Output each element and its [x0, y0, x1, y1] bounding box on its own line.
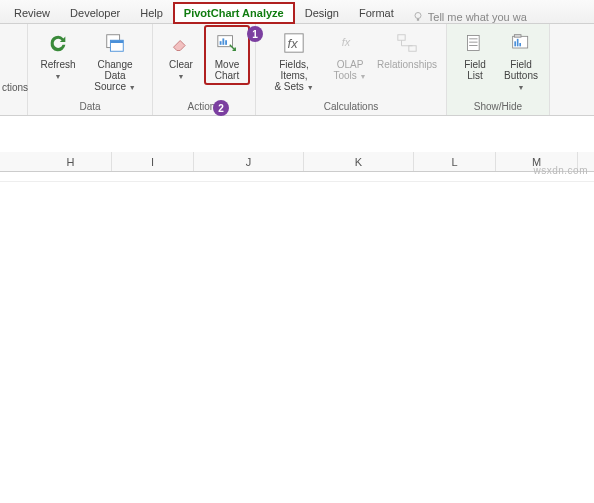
tab-design[interactable]: Design — [295, 3, 349, 23]
ribbon-tabs: Review Developer Help PivotChart Analyze… — [0, 0, 594, 24]
field-buttons-icon — [507, 29, 535, 57]
relationships-button: Relationships — [374, 26, 440, 73]
eraser-icon — [167, 29, 195, 57]
ribbon: ctions Refresh▼ Change Data Source ▼ Dat… — [0, 24, 594, 116]
svg-text:fx: fx — [342, 36, 351, 48]
svg-rect-19 — [514, 41, 516, 46]
fields-items-sets-button[interactable]: fx Fields, Items, & Sets ▼ — [262, 26, 326, 95]
dropdown-icon: ▼ — [178, 73, 185, 80]
tell-me-placeholder: Tell me what you wa — [428, 11, 527, 23]
col-header[interactable]: K — [304, 152, 414, 171]
svg-rect-8 — [225, 40, 227, 45]
move-chart-button[interactable]: Move Chart — [205, 26, 249, 84]
refresh-icon — [44, 29, 72, 57]
svg-rect-4 — [110, 40, 123, 43]
dropdown-icon: ▼ — [55, 73, 62, 80]
ribbon-group-data: Refresh▼ Change Data Source ▼ Data — [28, 24, 153, 115]
group-label-actions: Actions — [159, 99, 249, 115]
svg-rect-1 — [417, 19, 419, 21]
olap-icon: fx — [336, 29, 364, 57]
svg-text:fx: fx — [288, 36, 299, 51]
svg-rect-14 — [468, 36, 480, 51]
badge-step-1: 1 — [247, 26, 263, 42]
tab-help[interactable]: Help — [130, 3, 173, 23]
relationships-icon — [393, 29, 421, 57]
svg-rect-7 — [222, 38, 224, 44]
dropdown-icon: ▼ — [518, 84, 525, 91]
field-list-button[interactable]: Field List — [453, 26, 497, 84]
formula-icon: fx — [280, 29, 308, 57]
lightbulb-icon — [412, 11, 424, 23]
column-headers: H I J K L M — [0, 152, 594, 172]
ribbon-group-show-hide: Field List Field Buttons ▼ Show/Hide — [447, 24, 550, 115]
options-group-stub: ctions — [0, 80, 28, 120]
group-label-show-hide: Show/Hide — [453, 99, 543, 115]
svg-rect-12 — [398, 35, 405, 41]
group-label-data: Data — [34, 99, 146, 115]
col-header[interactable]: H — [30, 152, 112, 171]
worksheet-area[interactable]: H I J K L M Sum of Sales 900008000070000… — [0, 152, 594, 182]
col-header[interactable]: L — [414, 152, 496, 171]
field-list-icon — [461, 29, 489, 57]
move-chart-icon — [213, 29, 241, 57]
ribbon-group-calculations: fx Fields, Items, & Sets ▼ fx OLAP Tools… — [256, 24, 447, 115]
watermark: wsxdn.com — [533, 165, 588, 176]
svg-rect-20 — [517, 39, 519, 47]
data-source-icon — [101, 29, 129, 57]
olap-tools-button: fx OLAP Tools ▼ — [328, 26, 372, 84]
tab-developer[interactable]: Developer — [60, 3, 130, 23]
refresh-button[interactable]: Refresh▼ — [34, 26, 82, 84]
dropdown-icon: ▼ — [129, 84, 136, 91]
svg-point-0 — [415, 13, 421, 19]
clear-button[interactable]: Clear▼ — [159, 26, 203, 84]
field-buttons-button[interactable]: Field Buttons ▼ — [499, 26, 543, 95]
tell-me-search[interactable]: Tell me what you wa — [412, 11, 527, 23]
change-data-source-button[interactable]: Change Data Source ▼ — [84, 26, 146, 95]
col-header[interactable]: J — [194, 152, 304, 171]
svg-rect-22 — [514, 35, 521, 38]
badge-step-2: 2 — [213, 100, 229, 116]
svg-rect-6 — [220, 41, 222, 45]
tab-review[interactable]: Review — [4, 3, 60, 23]
svg-rect-13 — [409, 46, 416, 52]
ribbon-group-actions: Clear▼ Move Chart Actions 1 2 — [153, 24, 256, 115]
group-label-calculations: Calculations — [262, 99, 440, 115]
svg-rect-21 — [519, 43, 521, 46]
dropdown-icon: ▼ — [307, 84, 314, 91]
col-header[interactable]: I — [112, 152, 194, 171]
tab-format[interactable]: Format — [349, 3, 404, 23]
tab-pivotchart-analyze[interactable]: PivotChart Analyze — [173, 2, 295, 24]
